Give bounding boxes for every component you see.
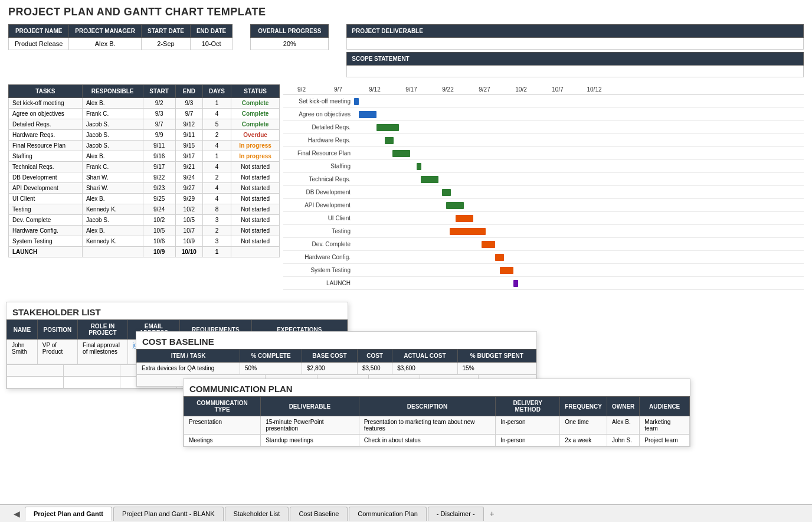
task-cell-r11-c5: Not started <box>231 215 280 226</box>
tab-item[interactable]: Project Plan and Gantt - BLANK <box>113 507 224 521</box>
comm-cell: Meetings <box>184 435 261 446</box>
tasks-col-status: STATUS <box>231 85 280 98</box>
comm-cell: One time <box>560 416 607 435</box>
comm-cell: Alex B. <box>607 416 640 435</box>
gantt-row-label: DB Development <box>283 189 354 195</box>
task-cell-r7-c1: Shari W. <box>82 172 143 183</box>
task-cell-r0-c2: 9/2 <box>143 98 175 109</box>
gantt-bar <box>376 124 399 131</box>
task-cell-r9-c3: 9/29 <box>175 194 202 204</box>
gantt-header: 9/29/79/129/179/229/2710/210/710/12 <box>283 84 804 95</box>
gantt-row: Staffing <box>283 160 804 173</box>
tasks-col-end: END <box>175 85 202 98</box>
task-cell-r11-c2: 10/2 <box>143 215 175 226</box>
gantt-date-927: 9/27 <box>466 84 503 94</box>
tasks-table: TASKSRESPONSIBLESTARTENDDAYSSTATUS Set k… <box>8 84 280 257</box>
tasks-col-start: START <box>143 85 175 98</box>
task-cell-r13-c1: Kennedy K. <box>82 236 143 247</box>
page-title: PROJECT PLAN AND GANTT CHART TEMPLATE <box>8 6 804 18</box>
comm-cell: Marketing team <box>640 416 690 435</box>
task-cell-r9-c4: 4 <box>202 194 231 204</box>
task-cell-r7-c3: 9/24 <box>175 172 202 183</box>
task-cell-r3-c3: 9/11 <box>175 130 202 141</box>
stakeholder-col: POSITION <box>37 320 77 340</box>
tab-nav-left[interactable]: ◀ <box>12 505 21 522</box>
tab-item[interactable]: Project Plan and Gantt <box>25 507 112 521</box>
task-cell-r13-c5: Not started <box>231 236 280 247</box>
overlays-container: STAKEHOLDER LIST NAMEPOSITIONROLE IN PRO… <box>0 302 812 443</box>
tasks-table-wrap: TASKSRESPONSIBLESTARTENDDAYSSTATUS Set k… <box>8 84 280 290</box>
task-cell-r8-c0: API Development <box>9 183 83 194</box>
task-cell-r10-c0: Testing <box>9 204 83 215</box>
task-cell-r8-c2: 9/23 <box>143 183 175 194</box>
gantt-bar <box>500 267 513 274</box>
cost-col: BASE COST <box>302 350 358 363</box>
overall-progress-value: 20% <box>251 38 329 50</box>
comm-col: AUDIENCE <box>640 397 690 416</box>
gantt-row-label: API Development <box>283 202 354 208</box>
table-row: System TestingKennedy K.10/610/93Not sta… <box>9 236 280 247</box>
cost-col: % BUDGET SPENT <box>457 350 536 363</box>
gantt-row-bars <box>354 225 804 238</box>
task-cell-r8-c5: Not started <box>231 183 280 194</box>
task-cell-r0-c5: Complete <box>231 98 280 109</box>
task-cell-r2-c1: Jacob S. <box>82 119 143 130</box>
project-deliverable-section: PROJECT DELIVERABLE SCOPE STATEMENT <box>346 24 804 77</box>
gantt-row-label: Final Resource Plan <box>283 150 354 156</box>
gantt-date-92: 9/2 <box>283 84 320 94</box>
task-cell-r6-c1: Frank C. <box>82 162 143 172</box>
task-cell-r13-c4: 3 <box>202 236 231 247</box>
table-row: Detailed Reqs.Jacob S.9/79/125Complete <box>9 119 280 130</box>
task-cell-r4-c5: In progress <box>231 141 280 151</box>
task-cell-r2-c0: Detailed Reqs. <box>9 119 83 130</box>
table-row: Technical Reqs.Frank C.9/179/214Not star… <box>9 162 280 172</box>
gantt-row-bars <box>354 212 804 225</box>
comm-col: COMMUNICATION TYPE <box>184 397 261 416</box>
table-row: Hardware Config.Alex B.10/510/72Not star… <box>9 226 280 236</box>
comm-cell: Presentation <box>184 416 261 435</box>
task-cell-r1-c3: 9/7 <box>175 109 202 119</box>
gantt-row-label: UI Client <box>283 215 354 221</box>
task-cell-r7-c2: 9/22 <box>143 172 175 183</box>
gantt-row: UI Client <box>283 212 804 225</box>
task-cell-r14-c2: 10/9 <box>143 247 175 257</box>
gantt-row: Technical Reqs. <box>283 173 804 186</box>
task-cell-r5-c0: Staffing <box>9 151 83 162</box>
deliverable-header: PROJECT DELIVERABLE <box>346 24 804 38</box>
comm-cell: John S. <box>607 435 640 446</box>
cost-col: COST <box>357 350 392 363</box>
project-info-table: PROJECT NAME PROJECT MANAGER START DATE … <box>8 24 233 50</box>
tab-item[interactable]: Stakeholder List <box>225 507 289 521</box>
comm-col: OWNER <box>607 397 640 416</box>
task-cell-r6-c4: 4 <box>202 162 231 172</box>
task-cell-r11-c3: 10/5 <box>175 215 202 226</box>
gantt-container: 9/29/79/129/179/229/2710/210/710/12 Set … <box>283 84 804 290</box>
gantt-row-label: Technical Reqs. <box>283 176 354 182</box>
task-cell-r4-c4: 4 <box>202 141 231 151</box>
table-row: Agree on objectivesFrank C.9/39/74Comple… <box>9 109 280 119</box>
gantt-row-bars <box>354 264 804 277</box>
tab-item[interactable]: - Disclaimer - <box>428 507 484 521</box>
gantt-row-label: Set kick-off meeting <box>283 98 354 105</box>
task-cell-r11-c4: 3 <box>202 215 231 226</box>
tab-bar[interactable]: ◀ Project Plan and GanttProject Plan and… <box>0 504 812 522</box>
tab-add-button[interactable]: + <box>485 507 499 521</box>
cost-col: ACTUAL COST <box>392 350 457 363</box>
gantt-row: Dev. Complete <box>283 238 804 251</box>
gantt-row-bars <box>354 134 804 147</box>
stakeholder-title: STAKEHOLDER LIST <box>6 302 348 319</box>
task-cell-r3-c1: Jacob S. <box>82 130 143 141</box>
tab-item[interactable]: Cost Baseline <box>290 507 348 521</box>
gantt-row-bars <box>354 147 804 160</box>
gantt-row-label: Hardware Config. <box>283 254 354 260</box>
gantt-date-102: 10/2 <box>503 84 539 94</box>
task-cell-r11-c1: Jacob S. <box>82 215 143 226</box>
task-cell-r11-c0: Dev. Complete <box>9 215 83 226</box>
project-name-value: Product Release <box>9 38 69 50</box>
gantt-row: DB Development <box>283 186 804 199</box>
gantt-row-label: System Testing <box>283 267 354 273</box>
tab-item[interactable]: Communication Plan <box>349 507 427 521</box>
task-cell-r13-c0: System Testing <box>9 236 83 247</box>
deliverable-body <box>346 38 804 50</box>
gantt-bar <box>513 280 518 287</box>
